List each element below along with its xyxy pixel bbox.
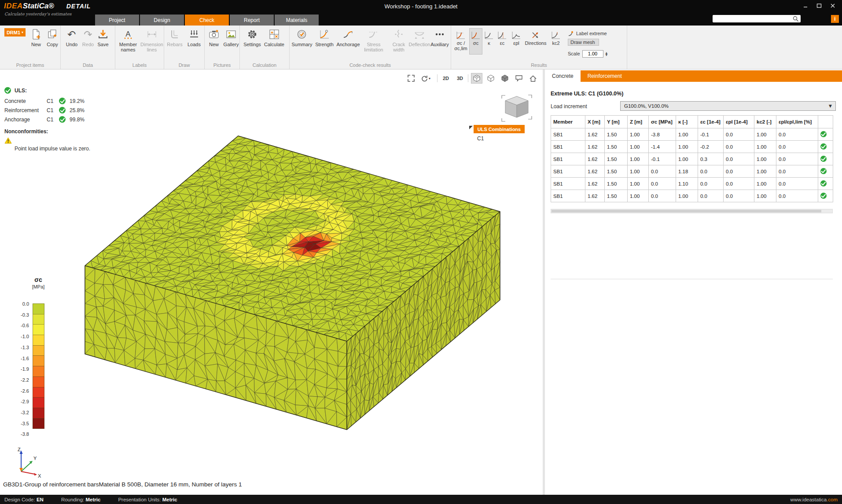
app-logo: IDEAStatiCa®DETAIL — [4, 2, 91, 11]
scale-label: Scale — [568, 51, 580, 56]
uls-label: ULS: — [15, 88, 27, 94]
scale-spinner[interactable]: ▲▼ — [606, 51, 608, 56]
drm1-dropdown[interactable]: DRM1▾ — [4, 28, 26, 37]
result-directions-button[interactable]: Directions — [524, 28, 548, 55]
table-cell: 1.62 — [585, 190, 605, 202]
table-row[interactable]: SB11.621.501.00-3.81.00-0.10.01.000.0 — [551, 128, 833, 141]
tab-concrete[interactable]: Concrete — [545, 70, 581, 82]
tooltip-settings-button[interactable] — [513, 73, 525, 84]
tab-check[interactable]: Check — [185, 15, 229, 26]
search-input[interactable] — [713, 16, 792, 22]
uls-combinations-header[interactable]: ULS Combinations — [474, 125, 525, 133]
panel-divider — [551, 279, 833, 279]
rotate-view-button[interactable]: ▾ — [418, 73, 434, 84]
close-button[interactable] — [827, 2, 838, 9]
column-header[interactable]: εpl/εpl,lim [%] — [776, 116, 818, 128]
tab-report[interactable]: Report — [230, 15, 274, 26]
legend-color-band — [33, 366, 44, 377]
maximize-button[interactable] — [813, 2, 825, 9]
save-button[interactable]: Save — [94, 28, 112, 47]
result-eps-c-button[interactable]: εc — [496, 28, 508, 55]
warning-icon — [4, 137, 12, 144]
table-row[interactable]: SB11.621.501.000.01.000.00.01.000.0 — [551, 190, 833, 202]
tab-project[interactable]: Project — [95, 15, 139, 26]
minimize-button[interactable] — [800, 2, 811, 9]
scale-input[interactable] — [582, 50, 603, 58]
copy-project-item-button[interactable]: Copy — [44, 28, 61, 47]
view-axonometry-mesh-button[interactable] — [471, 73, 482, 84]
directions-icon — [531, 31, 540, 40]
column-header[interactable]: kc2 [-] — [754, 116, 776, 128]
column-header[interactable]: Y [m] — [605, 116, 628, 128]
result-kappa-button[interactable]: κ — [483, 28, 495, 55]
pass-icon — [820, 168, 827, 174]
table-row[interactable]: SB11.621.501.000.01.100.00.01.000.0 — [551, 178, 833, 190]
legend-tick-label: 0.0 — [22, 301, 29, 307]
legend-color-band — [33, 397, 44, 408]
label-extreme-toggle[interactable]: Label extreme — [568, 29, 625, 38]
ribbon-group-project-items: DRM1▾ New Copy Project items — [0, 26, 61, 69]
toolbar-separator — [437, 74, 438, 82]
legend-tick-label: -1.9 — [21, 366, 29, 372]
result-kc2-button[interactable]: kc2 — [549, 28, 563, 55]
tab-design[interactable]: Design — [140, 15, 184, 26]
settings-button[interactable]: Settings — [241, 28, 263, 47]
view-solid-cube-button[interactable] — [499, 73, 511, 84]
zoom-extents-button[interactable] — [405, 73, 417, 84]
table-row[interactable]: SB11.621.501.000.01.180.00.01.000.0 — [551, 165, 833, 178]
table-cell: 0.0 — [724, 190, 754, 202]
table-row[interactable]: SB11.621.501.00-1.41.00-0.20.01.000.0 — [551, 141, 833, 153]
table-cell: 0.0 — [649, 178, 676, 190]
draw-mesh-toggle[interactable]: Draw mesh — [568, 38, 625, 47]
table-cell: SB1 — [551, 178, 585, 190]
tab-reinforcement[interactable]: Reinforcement — [581, 70, 629, 82]
view-3d-button[interactable]: 3D — [454, 73, 466, 84]
column-header[interactable]: Member — [551, 116, 585, 128]
result-sigma-ratio-button[interactable]: σc / σc,lim — [452, 28, 470, 55]
scrollbar-thumb[interactable] — [552, 210, 821, 212]
table-cell: 1.50 — [605, 128, 628, 141]
column-header[interactable]: κ [-] — [676, 116, 698, 128]
result-sigma-c-button[interactable]: σc — [469, 28, 482, 55]
column-header[interactable]: εpl [1e-4] — [724, 116, 754, 128]
view-wire-cube-button[interactable] — [485, 73, 496, 84]
auxiliary-button[interactable]: Auxiliary — [429, 28, 450, 47]
loads-button[interactable]: Loads — [184, 28, 204, 47]
undo-icon: ↶ — [63, 28, 81, 41]
new-picture-button[interactable]: New — [206, 28, 222, 47]
check-results-table: MemberX [m]Y [m]Z [m]σc [MPa]κ [-]εc [1e… — [551, 115, 833, 202]
anchorage-button[interactable]: Anchorage — [336, 28, 360, 47]
gallery-button[interactable]: Gallery — [222, 28, 240, 47]
collapse-arrow-icon[interactable] — [469, 126, 473, 129]
table-cell: 0.0 — [776, 153, 818, 165]
result-eps-pl-button[interactable]: εpl — [510, 28, 523, 55]
view-2d-button[interactable]: 2D — [440, 73, 452, 84]
table-horizontal-scrollbar[interactable] — [551, 209, 833, 213]
column-header[interactable]: X [m] — [585, 116, 605, 128]
pass-icon — [820, 131, 827, 137]
column-header[interactable]: εc [1e-4] — [698, 116, 724, 128]
stress-limitation-icon — [368, 29, 379, 40]
load-increment-dropdown[interactable]: G100.0%, V100.0% ▼ — [620, 101, 836, 111]
table-row[interactable]: SB11.621.501.00-0.11.000.30.01.000.0 — [551, 153, 833, 165]
tab-materials[interactable]: Materials — [275, 15, 319, 26]
table-cell: 1.10 — [676, 178, 698, 190]
column-header[interactable]: Z [m] — [628, 116, 649, 128]
member-names-button[interactable]: A Member names — [115, 28, 141, 52]
column-header[interactable] — [818, 116, 833, 128]
navigation-cube[interactable] — [500, 94, 533, 123]
table-cell: 0.0 — [776, 128, 818, 141]
column-header[interactable]: σc [MPa] — [649, 116, 676, 128]
home-view-button[interactable] — [527, 73, 539, 84]
strength-button[interactable]: Strength — [314, 28, 335, 47]
search-icon[interactable] — [792, 15, 799, 22]
calculate-button[interactable]: Calculate — [262, 28, 287, 47]
combination-item-c1[interactable]: C1 — [477, 135, 484, 142]
summary-button[interactable]: Summary — [290, 28, 313, 47]
undo-button[interactable]: ↶ Undo — [63, 28, 81, 47]
website-link[interactable]: www.ideastatica.com — [791, 497, 838, 502]
svg-text:Y: Y — [33, 456, 37, 461]
new-project-item-button[interactable]: New — [28, 28, 44, 47]
table-cell: 0.0 — [649, 165, 676, 178]
help-button[interactable]: i — [831, 15, 839, 23]
